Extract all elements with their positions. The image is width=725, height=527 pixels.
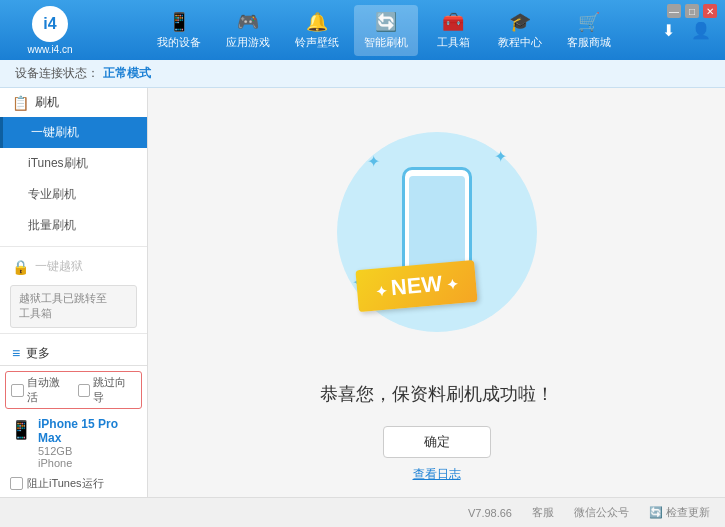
nav-apps-games[interactable]: 🎮 应用游戏 [216,5,280,56]
header: i4 www.i4.cn 📱 我的设备 🎮 应用游戏 🔔 铃声壁纸 🔄 智能刷机… [0,0,725,60]
block-itunes-box[interactable] [10,477,23,490]
flash-section-icon: 📋 [12,95,29,111]
subheader-mode: 正常模式 [103,65,151,82]
more-section-label: 更多 [26,345,50,362]
nav-toolbox[interactable]: 🧰 工具箱 [423,5,483,56]
my-device-label: 我的设备 [157,35,201,50]
check-update-label: 检查更新 [666,505,710,520]
my-device-icon: 📱 [168,11,190,33]
footer-version: V7.98.66 [468,507,512,519]
service-icon: 🛒 [578,11,600,33]
auto-activate-box[interactable] [11,384,24,397]
device-name: iPhone 15 Pro Max [38,417,137,445]
sidebar-flash-section: 📋 刷机 [0,88,147,117]
sidebar-jailbreak-section: 🔒 一键越狱 [0,252,147,281]
content-area: 📋 刷机 一键刷机 iTunes刷机 专业刷机 批量刷机 🔒 一键越狱 越狱工具… [0,88,725,497]
tutorial-label: 教程中心 [498,35,542,50]
skip-guide-label: 跳过向导 [93,375,136,405]
apps-games-label: 应用游戏 [226,35,270,50]
smart-flash-icon: 🔄 [375,11,397,33]
sidebar-divider-1 [0,246,147,247]
device-type: iPhone [38,457,137,469]
nav-bar: 📱 我的设备 🎮 应用游戏 🔔 铃声壁纸 🔄 智能刷机 🧰 工具箱 🎓 [110,5,658,56]
jailbreak-section-label: 一键越狱 [35,258,83,275]
block-itunes-label: 阻止iTunes运行 [27,476,104,491]
device-item: 📱 iPhone 15 Pro Max 512GB iPhone [5,413,142,473]
confirm-button[interactable]: 确定 [383,426,491,458]
close-button[interactable]: ✕ [703,4,717,18]
user-button[interactable]: 👤 [687,17,715,44]
app-wrapper: — □ ✕ i4 www.i4.cn 📱 我的设备 🎮 应用游戏 🔔 铃声壁纸 … [0,0,725,527]
apps-games-icon: 🎮 [237,11,259,33]
logo-url: www.i4.cn [27,44,72,55]
auto-activate-label: 自动激活 [27,375,70,405]
footer-check-update[interactable]: 🔄 检查更新 [649,505,710,520]
phone-illustration: ✦ ✦ ✦ NEW [327,102,547,362]
jailbreak-icon: 🔒 [12,259,29,275]
success-message: 恭喜您，保资料刷机成功啦！ [320,382,554,406]
device-info: iPhone 15 Pro Max 512GB iPhone [38,417,137,469]
block-itunes-row[interactable]: 阻止iTunes运行 [5,473,142,494]
service-label: 客服商城 [567,35,611,50]
sparkle-top-right: ✦ [494,147,507,166]
header-right: ⬇ 👤 [658,17,715,44]
minimize-button[interactable]: — [667,4,681,18]
toolbox-icon: 🧰 [442,11,464,33]
sidebar: 📋 刷机 一键刷机 iTunes刷机 专业刷机 批量刷机 🔒 一键越狱 越狱工具… [0,88,148,497]
maximize-button[interactable]: □ [685,4,699,18]
more-section-icon: ≡ [12,345,20,361]
footer-wechat[interactable]: 微信公众号 [574,505,629,520]
sidebar-more-section: ≡ 更多 [0,339,147,365]
logo-icon: i4 [32,6,68,42]
device-storage: 512GB [38,445,137,457]
ringtones-icon: 🔔 [306,11,328,33]
sidebar-item-batch-flash[interactable]: 批量刷机 [0,210,147,241]
subheader-prefix: 设备连接状态： [15,65,99,82]
skip-guide-checkbox[interactable]: 跳过向导 [78,375,137,405]
sidebar-item-one-key-flash[interactable]: 一键刷机 [0,117,147,148]
sidebar-divider-2 [0,333,147,334]
nav-tutorial[interactable]: 🎓 教程中心 [488,5,552,56]
skip-guide-box[interactable] [78,384,91,397]
nav-my-device[interactable]: 📱 我的设备 [147,5,211,56]
auto-activate-checkbox[interactable]: 自动激活 [11,375,70,405]
sidebar-item-pro-flash[interactable]: 专业刷机 [0,179,147,210]
sidebar-top: 📋 刷机 一键刷机 iTunes刷机 专业刷机 批量刷机 🔒 一键越狱 越狱工具… [0,88,147,365]
smart-flash-label: 智能刷机 [364,35,408,50]
nav-smart-flash[interactable]: 🔄 智能刷机 [354,5,418,56]
tutorial-icon: 🎓 [509,11,531,33]
toolbox-label: 工具箱 [437,35,470,50]
auto-activate-row: 自动激活 跳过向导 [5,371,142,409]
sidebar-notice: 越狱工具已跳转至工具箱 [10,285,137,328]
sidebar-bottom: 自动激活 跳过向导 📱 iPhone 15 Pro Max 512GB iPho… [0,365,147,497]
ringtones-label: 铃声壁纸 [295,35,339,50]
refresh-icon: 🔄 [649,506,663,519]
device-icon: 📱 [10,419,32,441]
footer: V7.98.66 客服 微信公众号 🔄 检查更新 [0,497,725,527]
view-log-link[interactable]: 查看日志 [413,466,461,483]
logo-area: i4 www.i4.cn [10,6,90,55]
window-controls: — □ ✕ [667,4,717,18]
sub-header: 设备连接状态： 正常模式 [0,60,725,88]
footer-customer-service[interactable]: 客服 [532,505,554,520]
nav-ringtones[interactable]: 🔔 铃声壁纸 [285,5,349,56]
flash-section-label: 刷机 [35,94,59,111]
nav-service[interactable]: 🛒 客服商城 [557,5,621,56]
main-content: ✦ ✦ ✦ NEW 恭喜您，保资料刷机成功啦！ 确定 查看日志 [148,88,725,497]
sparkle-top-left: ✦ [367,152,380,171]
download-button[interactable]: ⬇ [658,17,679,44]
sidebar-item-itunes-flash[interactable]: iTunes刷机 [0,148,147,179]
